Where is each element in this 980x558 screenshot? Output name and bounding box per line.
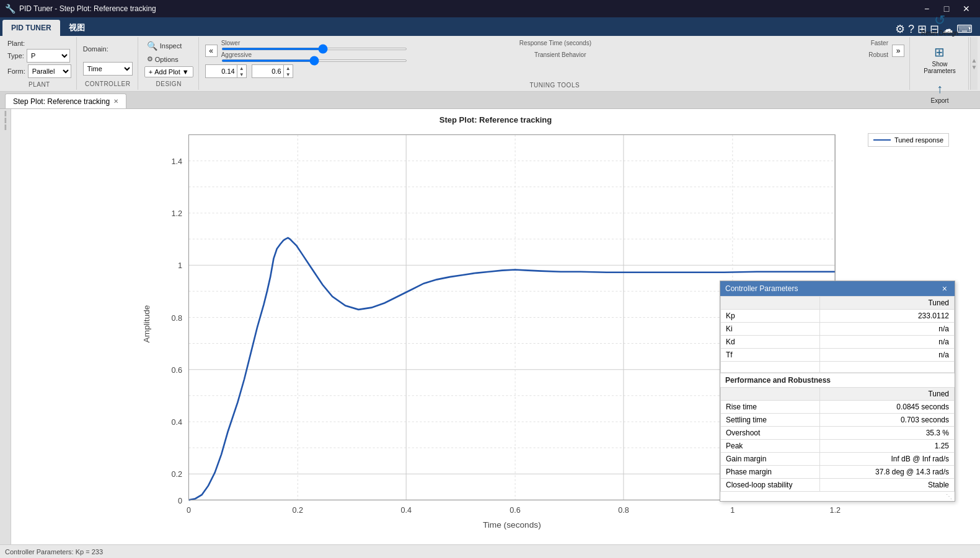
tab-view[interactable]: 视图 <box>60 20 94 36</box>
design-section-label: DESIGN <box>156 79 182 87</box>
left-sidebar: ‖‖‖ <box>0 109 11 544</box>
spinner2-down-arrow[interactable]: ▼ <box>284 71 293 77</box>
export-button[interactable]: ↑ Export <box>924 80 955 106</box>
empty-cell <box>820 362 955 373</box>
table-row: Settling time 0.703 seconds <box>721 414 955 427</box>
table-row: Overshoot 35.3 % <box>721 427 955 440</box>
nav-left-button[interactable]: « <box>205 45 218 57</box>
sidebar-text: ‖‖‖ <box>2 110 9 131</box>
plus-icon: + <box>149 68 152 76</box>
toolbar: Plant: Type: P PI PD PID Form: Parallel … <box>0 36 980 92</box>
settling-time-label: Settling time <box>721 414 820 427</box>
tuning-tools-section: « Slower Response Time (seconds) Faster … <box>200 37 910 90</box>
perf-col-name <box>721 388 820 401</box>
param-kp-name: Kp <box>721 310 820 323</box>
svg-text:0: 0 <box>178 497 182 505</box>
toolbar-scroll-indicator: ▲▼ <box>971 57 978 71</box>
svg-text:0.6: 0.6 <box>171 366 182 375</box>
svg-text:0: 0 <box>187 506 191 515</box>
transient-label: Transient Behavior <box>534 51 586 58</box>
inspect-label: Inspect <box>160 42 182 50</box>
svg-text:Amplitude: Amplitude <box>142 305 151 343</box>
transient-input[interactable] <box>252 67 283 76</box>
svg-text:0.4: 0.4 <box>400 506 412 515</box>
step-plot-tab-label: Step Plot: Reference tracking <box>13 97 110 106</box>
status-text: Controller Parameters: Kp = 233 <box>5 548 103 556</box>
param-kd-value: n/a <box>820 336 955 349</box>
svg-text:1.4: 1.4 <box>171 157 182 166</box>
rise-time-value: 0.0845 seconds <box>820 401 955 414</box>
settling-time-value: 0.703 seconds <box>820 414 955 427</box>
controller-section-label: CONTROLLER <box>85 79 130 87</box>
step-plot-tab-close[interactable]: ✕ <box>113 98 118 105</box>
response-time-label: Response Time (seconds) <box>519 40 591 46</box>
gear-icon: ⚙ <box>147 55 153 63</box>
chart-legend: Tuned response <box>868 133 949 147</box>
resize-handle[interactable]: ⋱ <box>720 492 955 501</box>
legend-label: Tuned response <box>894 136 943 144</box>
title-bar: 🔧 PID Tuner - Step Plot: Reference track… <box>0 0 980 17</box>
transient-spinner[interactable]: ▲ ▼ <box>252 64 293 78</box>
gain-margin-value: Inf dB @ Inf rad/s <box>820 453 955 466</box>
legend-line <box>873 139 891 141</box>
table-row: Peak 1.25 <box>721 440 955 453</box>
nav-right-button[interactable]: » <box>892 45 904 57</box>
step-plot-tab[interactable]: Step Plot: Reference tracking ✕ <box>5 94 126 108</box>
export-label: Export <box>931 97 949 104</box>
form-label: Form: <box>7 68 25 75</box>
params-panel-close-button[interactable]: × <box>940 284 950 294</box>
faster-label: Faster <box>871 40 888 46</box>
search-icon: 🔍 <box>147 41 157 51</box>
type-label: Type: <box>7 52 24 59</box>
svg-text:0.4: 0.4 <box>171 418 182 427</box>
performance-section-header: Performance and Robustness <box>720 373 955 387</box>
domain-label: Domain: <box>83 45 108 53</box>
add-plot-label: Add Plot <box>154 68 180 76</box>
plant-section-label: PLANT <box>29 80 50 88</box>
app-icon: 🔧 <box>5 4 15 14</box>
response-time-spinner[interactable]: ▲ ▼ <box>205 64 247 78</box>
spinner-up-arrow[interactable]: ▲ <box>237 65 246 71</box>
response-time-slider[interactable] <box>221 48 407 50</box>
perf-col-tuned: Tuned <box>820 388 955 401</box>
svg-text:0.8: 0.8 <box>618 506 629 515</box>
spinner2-up-arrow[interactable]: ▲ <box>284 65 293 71</box>
ribbon-tab-bar: PID TUNER 视图 ⚙ ? ⊞ ⊟ ☁ ⌨ <box>0 17 980 36</box>
phase-margin-label: Phase margin <box>721 466 820 479</box>
table-row: Ki n/a <box>721 323 955 336</box>
svg-text:Time (seconds): Time (seconds) <box>483 520 541 530</box>
col-header-name <box>721 297 820 310</box>
plant-section: Plant: Type: P PI PD PID Form: Parallel … <box>2 37 77 90</box>
table-row: Phase margin 37.8 deg @ 14.3 rad/s <box>721 466 955 479</box>
window-title: PID Tuner - Step Plot: Reference trackin… <box>19 4 156 13</box>
param-ki-value: n/a <box>820 323 955 336</box>
domain-select[interactable]: Time Frequency <box>83 62 133 76</box>
options-button[interactable]: ⚙ Options <box>144 54 181 64</box>
svg-text:0.8: 0.8 <box>171 314 182 323</box>
params-panel-title: Controller Parameters <box>725 284 798 293</box>
table-row: Kp 233.0112 <box>721 310 955 323</box>
reset-icon: ↺ <box>934 12 945 28</box>
dropdown-arrow-icon: ▼ <box>182 68 189 76</box>
design-section: 🔍 Inspect ⚙ Options + Add Plot ▼ DESIGN <box>139 37 199 90</box>
peak-label: Peak <box>721 440 820 453</box>
stability-value: Stable <box>820 479 955 492</box>
controller-params-table: Tuned Kp 233.0112 Ki n/a Kd <box>720 296 955 373</box>
response-time-input[interactable] <box>206 67 237 76</box>
type-select[interactable]: P PI PD PID <box>27 49 70 63</box>
add-plot-button[interactable]: + Add Plot ▼ <box>144 66 193 77</box>
chart-title: Step Plot: Reference tracking <box>17 115 974 124</box>
form-select[interactable]: Parallel Ideal <box>28 64 71 78</box>
transient-slider[interactable] <box>221 59 407 62</box>
options-label: Options <box>155 56 179 63</box>
param-ki-name: Ki <box>721 323 820 336</box>
svg-text:1: 1 <box>730 506 735 515</box>
inspect-button[interactable]: 🔍 Inspect <box>144 40 184 52</box>
show-parameters-button[interactable]: ⊞ Show Parameters <box>919 43 961 76</box>
col-header-tuned: Tuned <box>820 297 955 310</box>
reset-design-button[interactable]: ↺ Reset Design <box>916 10 963 39</box>
spinner-down-arrow[interactable]: ▼ <box>237 71 246 77</box>
svg-text:1.2: 1.2 <box>829 506 841 515</box>
controller-section: Domain: Time Frequency CONTROLLER <box>78 37 138 90</box>
tab-pid-tuner[interactable]: PID TUNER <box>2 20 60 36</box>
